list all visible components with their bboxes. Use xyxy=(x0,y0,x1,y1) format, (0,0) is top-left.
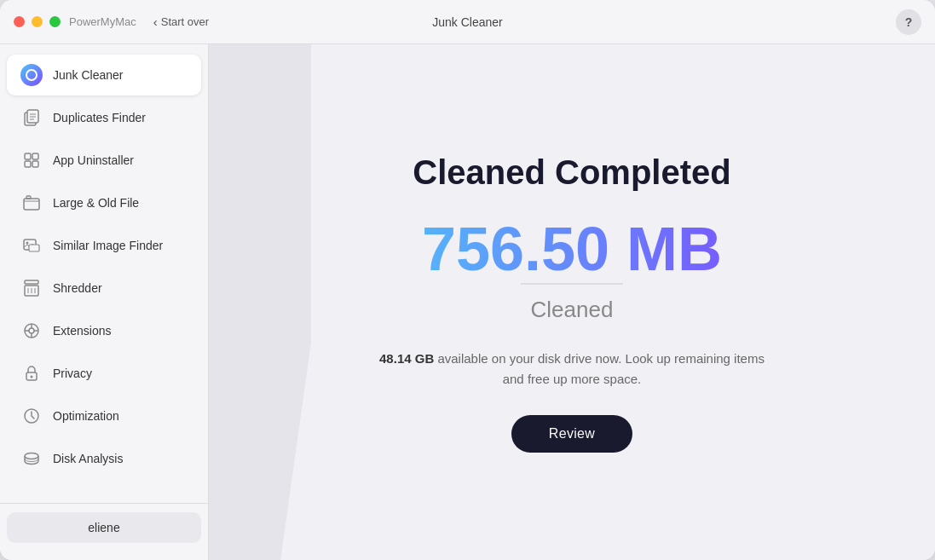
sidebar-item-disk-analysis-label: Disk Analysis xyxy=(53,452,123,465)
user-button[interactable]: eliene xyxy=(7,512,201,543)
svg-point-26 xyxy=(31,376,33,378)
sidebar-item-similar-image-finder-label: Similar Image Finder xyxy=(53,239,163,252)
svg-rect-14 xyxy=(25,280,38,284)
sidebar-item-extensions-label: Extensions xyxy=(53,324,111,338)
maximize-button xyxy=(49,16,61,27)
sidebar-item-disk-analysis[interactable]: Disk Analysis xyxy=(7,438,201,479)
cleaned-label: Cleaned xyxy=(367,297,776,323)
optimization-icon xyxy=(20,405,43,427)
main-layout: Junk Cleaner Duplicates Finder xyxy=(0,44,935,560)
junk-cleaner-icon xyxy=(20,64,43,86)
sidebar-item-similar-image-finder[interactable]: Similar Image Finder xyxy=(7,225,201,266)
result-card: Cleaned Completed 756.50 MB Cleaned 48.1… xyxy=(316,118,828,487)
svg-rect-7 xyxy=(25,161,31,167)
close-button[interactable] xyxy=(14,16,25,27)
privacy-icon xyxy=(20,362,43,384)
sidebar-item-large-old-file[interactable]: Large & Old File xyxy=(7,182,201,223)
chevron-left-icon: ‹ xyxy=(153,14,158,29)
divider xyxy=(521,283,623,285)
cleaned-size: 756.50 MB xyxy=(367,218,776,280)
shredder-icon xyxy=(20,277,43,299)
decorative-stripe xyxy=(209,44,311,560)
svg-rect-13 xyxy=(29,245,39,251)
app-uninstaller-icon xyxy=(20,149,43,171)
sidebar-item-junk-cleaner[interactable]: Junk Cleaner xyxy=(7,55,201,95)
traffic-lights xyxy=(14,16,61,27)
svg-rect-8 xyxy=(32,161,38,167)
username-label: eliene xyxy=(88,521,119,534)
sidebar-item-optimization-label: Optimization xyxy=(53,409,119,423)
sidebar-footer: eliene xyxy=(0,503,208,551)
svg-rect-9 xyxy=(24,199,39,210)
disk-info: 48.14 GB available on your disk drive no… xyxy=(367,349,776,390)
window-title: Junk Cleaner xyxy=(432,15,503,29)
app-name-label: PowerMyMac xyxy=(69,15,136,28)
app-window: PowerMyMac ‹ Start over Junk Cleaner ? J… xyxy=(0,0,935,560)
sidebar-item-duplicates-finder-label: Duplicates Finder xyxy=(53,111,146,124)
cleaned-title: Cleaned Completed xyxy=(367,152,776,193)
svg-point-12 xyxy=(26,242,29,245)
extensions-icon xyxy=(20,320,43,342)
back-button-label: Start over xyxy=(161,15,209,28)
svg-point-20 xyxy=(29,328,34,333)
title-bar: PowerMyMac ‹ Start over Junk Cleaner ? xyxy=(0,0,935,44)
sidebar-item-app-uninstaller-label: App Uninstaller xyxy=(53,153,134,167)
review-button-label: Review xyxy=(549,426,595,441)
sidebar-item-app-uninstaller[interactable]: App Uninstaller xyxy=(7,140,201,181)
svg-rect-6 xyxy=(32,153,38,159)
svg-point-28 xyxy=(25,453,38,459)
disk-message: available on your disk drive now. Look u… xyxy=(434,351,765,386)
sidebar-item-duplicates-finder[interactable]: Duplicates Finder xyxy=(7,97,201,138)
sidebar-item-junk-cleaner-label: Junk Cleaner xyxy=(53,68,124,82)
disk-available: 48.14 GB xyxy=(379,351,434,366)
help-button[interactable]: ? xyxy=(896,9,921,35)
sidebar-item-extensions[interactable]: Extensions xyxy=(7,310,201,351)
sidebar-item-large-old-file-label: Large & Old File xyxy=(53,196,139,210)
svg-rect-5 xyxy=(25,153,31,159)
sidebar-items-list: Junk Cleaner Duplicates Finder xyxy=(0,53,208,503)
large-old-file-icon xyxy=(20,192,43,214)
sidebar: Junk Cleaner Duplicates Finder xyxy=(0,44,209,560)
svg-rect-10 xyxy=(26,196,31,199)
sidebar-item-privacy-label: Privacy xyxy=(53,367,92,380)
sidebar-item-shredder-label: Shredder xyxy=(53,281,102,295)
minimize-button[interactable] xyxy=(32,16,43,27)
main-content: Cleaned Completed 756.50 MB Cleaned 48.1… xyxy=(209,44,935,560)
disk-analysis-icon xyxy=(20,447,43,470)
sidebar-item-privacy[interactable]: Privacy xyxy=(7,353,201,394)
sidebar-item-shredder[interactable]: Shredder xyxy=(7,268,201,309)
sidebar-item-optimization[interactable]: Optimization xyxy=(7,395,201,436)
duplicates-finder-icon xyxy=(20,107,43,129)
similar-image-finder-icon xyxy=(20,234,43,257)
help-icon: ? xyxy=(905,15,913,29)
back-button[interactable]: ‹ Start over xyxy=(153,14,209,29)
review-button[interactable]: Review xyxy=(511,415,632,453)
